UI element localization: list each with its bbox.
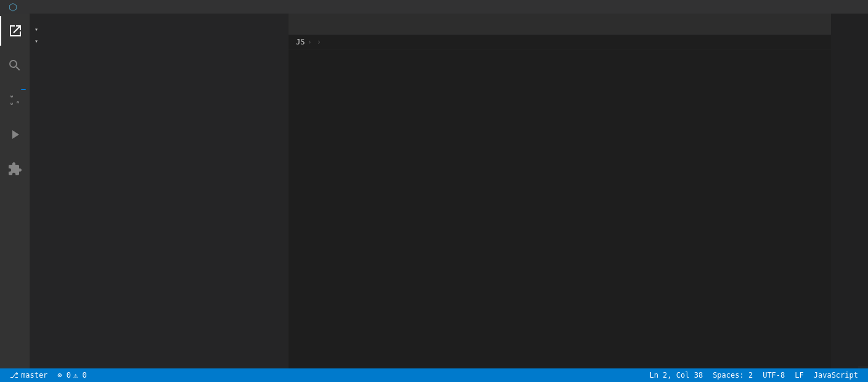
editor-area: JS › › — [289, 14, 831, 368]
code-editor — [289, 49, 831, 368]
git-branch-icon: ⎇ — [10, 371, 18, 380]
error-icon: ⊗ 0 — [57, 371, 71, 380]
branch-name: master — [21, 371, 47, 380]
open-editors-section: ▾ — [30, 23, 289, 35]
breadcrumb-sep2: › — [317, 38, 321, 46]
main-area: ▾ ▾ JS › › — [0, 14, 868, 368]
open-editors-chevron: ▾ — [35, 26, 39, 33]
status-bar: ⎇ master ⊗ 0 ⚠ 0 Ln 2, Col 38 Spaces: 2 … — [0, 368, 868, 382]
warning-icon: ⚠ 0 — [73, 371, 87, 380]
menu-file[interactable] — [25, 6, 35, 8]
explorer-activity-icon[interactable] — [0, 16, 30, 46]
menu-selection[interactable] — [47, 6, 57, 8]
breadcrumb: JS › › — [289, 35, 831, 49]
breadcrumb-sep1: › — [307, 38, 311, 46]
menu-help[interactable] — [102, 6, 112, 8]
app-container: ⬡ — [0, 0, 868, 382]
title-bar: ⬡ — [0, 0, 868, 14]
status-eol: LF — [790, 371, 808, 380]
menu-edit[interactable] — [36, 6, 46, 8]
project-toggle[interactable]: ▾ — [30, 35, 289, 47]
run-activity-icon[interactable] — [0, 120, 30, 149]
search-activity-icon[interactable] — [0, 51, 30, 80]
source-control-activity-icon[interactable] — [0, 85, 30, 115]
menu-run[interactable] — [80, 6, 90, 8]
menu-go[interactable] — [69, 6, 79, 8]
activity-bar — [0, 14, 30, 368]
minimap — [831, 14, 868, 368]
bottom-url — [858, 366, 868, 368]
project-section: ▾ — [30, 35, 289, 47]
status-right: Ln 2, Col 38 Spaces: 2 UTF-8 LF JavaScri… — [644, 371, 863, 380]
explorer-header — [30, 14, 289, 23]
right-panel — [831, 14, 868, 368]
code-content[interactable] — [313, 49, 831, 368]
status-encoding: UTF-8 — [758, 371, 790, 380]
status-ln-col: Ln 2, Col 38 — [644, 371, 708, 380]
extensions-activity-icon[interactable] — [0, 154, 30, 184]
menu-terminal[interactable] — [91, 6, 101, 8]
status-errors[interactable]: ⊗ 0 ⚠ 0 — [52, 371, 91, 380]
sidebar: ▾ ▾ — [30, 14, 289, 368]
source-control-badge — [21, 89, 26, 90]
open-editors-toggle[interactable]: ▾ — [30, 23, 289, 35]
breadcrumb-build: JS — [296, 38, 305, 46]
status-branch[interactable]: ⎇ master — [5, 371, 52, 380]
project-chevron: ▾ — [35, 38, 39, 44]
menu-view[interactable] — [58, 6, 68, 8]
status-spaces: Spaces: 2 — [708, 371, 758, 380]
vscode-logo: ⬡ — [9, 1, 17, 13]
line-numbers — [289, 49, 313, 368]
status-language: JavaScript — [809, 371, 863, 380]
tab-bar — [289, 14, 831, 35]
menu-bar — [25, 6, 112, 8]
